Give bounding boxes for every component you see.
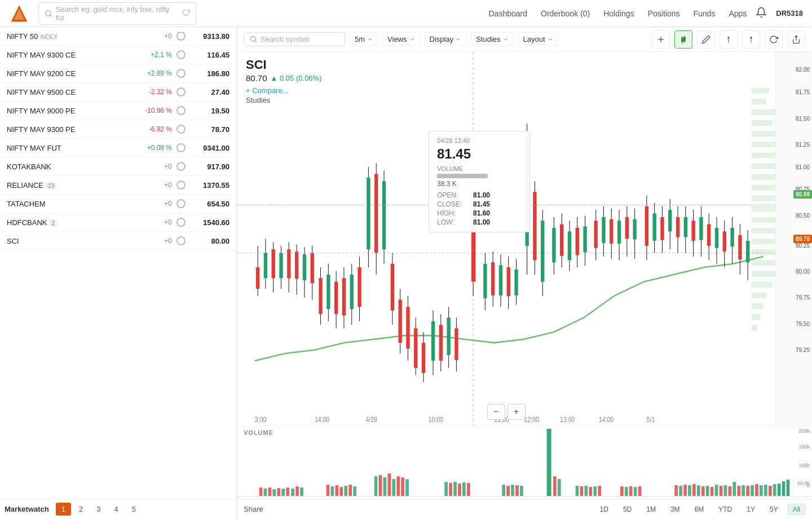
svg-rect-196 <box>453 482 457 496</box>
svg-rect-28 <box>752 228 775 234</box>
volume-panel-label: VOLUME <box>244 429 273 436</box>
add-chart-button[interactable] <box>652 30 670 49</box>
svg-point-4 <box>251 37 256 42</box>
refresh-icon[interactable] <box>182 8 190 18</box>
chart-toolbar: Search symbol 5m Views Display Studies L… <box>237 27 812 52</box>
svg-rect-65 <box>358 267 361 307</box>
candlestick-button[interactable] <box>674 30 692 49</box>
nav-dashboard[interactable]: Dashboard <box>489 9 528 18</box>
user-name[interactable]: DR5318 <box>776 9 803 17</box>
svg-rect-239 <box>764 485 767 496</box>
range-6m[interactable]: 6M <box>690 504 709 515</box>
share-chart-button[interactable] <box>787 30 805 49</box>
svg-rect-87 <box>447 318 450 355</box>
layout-button[interactable]: Layout <box>518 32 558 46</box>
studies-button[interactable]: Studies <box>471 32 513 46</box>
svg-rect-214 <box>620 486 624 496</box>
price-label-80: 80.00 <box>796 269 810 275</box>
range-1y[interactable]: 1Y <box>742 504 760 515</box>
svg-rect-11 <box>684 37 686 41</box>
wl-item-price: 19.50 <box>190 107 230 115</box>
refresh-chart-button[interactable] <box>765 30 783 49</box>
svg-rect-73 <box>391 264 394 311</box>
svg-rect-25 <box>752 196 775 201</box>
interval-label: 5m <box>355 35 365 43</box>
watchlist-item-kotakbank[interactable]: KOTAKBANK +0 917.90 <box>0 157 236 176</box>
svg-rect-173 <box>277 488 280 496</box>
price-label-805: 80.50 <box>796 213 810 219</box>
share-button[interactable]: Share <box>244 505 263 513</box>
tooltip-price: 81.45 <box>437 146 522 162</box>
logo[interactable] <box>9 3 29 24</box>
watchlist-item-nifty-50[interactable]: NIFTY 50INDEX +0 9313.80 <box>0 27 236 46</box>
range-all[interactable]: All <box>788 504 805 515</box>
range-ytd[interactable]: YTD <box>713 504 737 515</box>
watchlist-item-hdfcbank[interactable]: HDFCBANK2 +0 1540.60 <box>0 213 236 232</box>
notification-icon[interactable] <box>756 7 767 20</box>
watchlist-item-nifty-may-9300-ce[interactable]: NIFTY MAY 9300 CE +2.1 % 116.45 <box>0 46 236 64</box>
svg-rect-83 <box>431 321 435 360</box>
range-5y[interactable]: 5Y <box>765 504 783 515</box>
watchlist-item-sci[interactable]: SCI +0 80.00 <box>0 232 236 250</box>
views-button[interactable]: Views <box>382 32 420 46</box>
tab-1[interactable]: 1 <box>56 503 71 516</box>
nav-funds[interactable]: Funds <box>693 9 715 18</box>
nav-orderbook[interactable]: Orderbook (0) <box>541 9 590 18</box>
wl-item-change: +0 <box>127 32 172 40</box>
range-1d[interactable]: 1D <box>595 504 614 515</box>
svg-line-3 <box>50 15 52 16</box>
zoom-in-button[interactable]: + <box>508 404 526 420</box>
nav-holdings[interactable]: Holdings <box>603 9 634 18</box>
svg-text:3:00: 3:00 <box>255 415 267 423</box>
tab-4[interactable]: 4 <box>108 503 123 516</box>
range-3m[interactable]: 3M <box>665 504 685 515</box>
nav-positions[interactable]: Positions <box>648 9 680 18</box>
svg-rect-135 <box>652 213 656 240</box>
watchlist-item-reliance[interactable]: RELIANCE13 +0 1370.55 <box>0 176 236 195</box>
chart-search[interactable]: Search symbol <box>244 32 345 46</box>
range-1m[interactable]: 1M <box>641 504 661 515</box>
wl-item-price: 78.70 <box>190 125 230 134</box>
tab-3[interactable]: 3 <box>91 503 106 516</box>
nav-search-bar[interactable]: Search eg: gold mcx, infy bse, nifty fut <box>38 2 196 25</box>
range-5d[interactable]: 5D <box>618 504 637 515</box>
tab-2[interactable]: 2 <box>73 503 89 516</box>
up-arrow-1-button[interactable]: ↑ <box>720 30 738 49</box>
svg-rect-157 <box>738 235 742 260</box>
watchlist-item-nifty-may-9300-pe[interactable]: NIFTY MAY 9300 PE -6.92 % 78.70 <box>0 120 236 139</box>
watchlist-item-nifty-may-fut[interactable]: NIFTY MAY FUT +0.08 % 9341.00 <box>0 139 236 157</box>
watchlist-item-nifty-may-9500-ce[interactable]: NIFTY MAY 9500 CE -2.32 % 27.40 <box>0 83 236 102</box>
svg-rect-53 <box>311 253 314 283</box>
studies-link[interactable]: Studies <box>246 96 321 104</box>
draw-button[interactable] <box>697 30 715 49</box>
svg-rect-20 <box>752 142 775 147</box>
display-button[interactable]: Display <box>425 32 467 46</box>
wl-item-price: 654.50 <box>190 200 230 208</box>
tab-5[interactable]: 5 <box>126 503 142 516</box>
svg-rect-107 <box>533 192 536 260</box>
svg-rect-41 <box>264 253 267 278</box>
chart-main[interactable]: SCI 80.70 ▲ 0.05 (0.06%) + Compare... St… <box>237 52 775 425</box>
top-nav: Search eg: gold mcx, infy bse, nifty fut… <box>0 0 812 27</box>
wl-item-dot <box>176 162 186 171</box>
watchlist-item-tatachem[interactable]: TATACHEM +0 654.50 <box>0 195 236 213</box>
wl-item-price: 186.80 <box>190 69 230 78</box>
compare-button[interactable]: + Compare... <box>246 86 321 95</box>
svg-rect-27 <box>752 217 775 223</box>
svg-rect-191 <box>396 476 400 496</box>
up-arrow-2-button[interactable]: ↑ <box>742 30 760 49</box>
bottom-tabs: Marketwatch 1 2 3 4 5 <box>0 499 236 519</box>
nav-apps[interactable]: Apps <box>729 9 747 18</box>
svg-rect-236 <box>751 485 754 496</box>
svg-text:14:00: 14:00 <box>599 415 614 423</box>
svg-rect-109 <box>541 221 544 282</box>
chart-search-icon <box>250 36 257 43</box>
wl-item-price: 116.45 <box>190 51 230 59</box>
watchlist-item-nifty-may-9200-ce[interactable]: NIFTY MAY 9200 CE +2.89 % 186.80 <box>0 64 236 83</box>
watchlist-item-nifty-may-9000-pe[interactable]: NIFTY MAY 9000 PE -10.96 % 19.50 <box>0 102 236 120</box>
svg-rect-16 <box>752 99 767 104</box>
interval-button[interactable]: 5m <box>350 32 378 46</box>
zoom-out-button[interactable]: − <box>487 404 505 420</box>
zoom-in-icon: + <box>514 407 519 417</box>
svg-rect-194 <box>444 482 448 496</box>
